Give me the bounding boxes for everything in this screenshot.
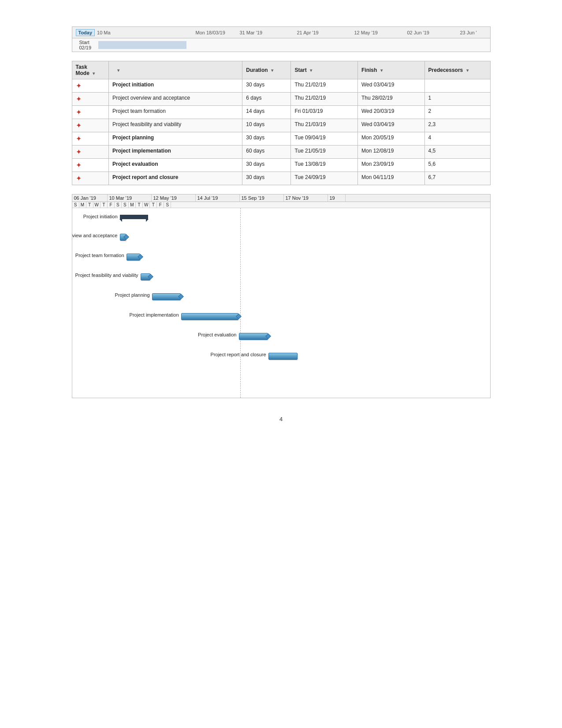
filter-icon-taskmode[interactable]: ▾ bbox=[93, 71, 95, 76]
th-start: Start ▾ bbox=[291, 61, 358, 79]
gantt-bar bbox=[268, 353, 298, 360]
task-finish-cell: Thu 28/02/19 bbox=[358, 93, 425, 106]
th-finish: Finish ▾ bbox=[358, 61, 425, 79]
task-start-cell: Fri 01/03/19 bbox=[291, 106, 358, 119]
gantt-bar bbox=[239, 333, 268, 340]
day-w1: W bbox=[93, 202, 100, 208]
vertical-dashed-line bbox=[240, 208, 241, 398]
gantt-table: TaskMode ▾ ▾ Duration ▾ Start ▾ Finish bbox=[72, 61, 491, 185]
task-predecessors-cell: 2,3 bbox=[424, 119, 490, 132]
task-start-cell: Tue 09/04/19 bbox=[291, 132, 358, 146]
task-duration-cell: 6 days bbox=[242, 93, 291, 106]
task-predecessors-cell: 6,7 bbox=[424, 172, 490, 185]
task-icon-cell: ✦ bbox=[72, 146, 109, 159]
task-start-cell: Thu 21/03/19 bbox=[291, 119, 358, 132]
task-icon: ✦ bbox=[76, 95, 82, 103]
date-21apr: 21 Apr '19 bbox=[297, 30, 319, 35]
date-31mar: 31 Mar '19 bbox=[240, 30, 263, 35]
task-duration-cell: 14 days bbox=[242, 106, 291, 119]
day-m2: M bbox=[129, 202, 136, 208]
task-finish-cell: Mon 12/08/19 bbox=[358, 146, 425, 159]
day-s2: S bbox=[115, 202, 122, 208]
filter-icon-finish[interactable]: ▾ bbox=[380, 68, 383, 73]
date-02jun: 02 Jun '19 bbox=[407, 30, 429, 35]
task-start-cell: Tue 13/08/19 bbox=[291, 159, 358, 172]
day-w2: W bbox=[143, 202, 150, 208]
task-name-cell: Project implementation bbox=[109, 146, 242, 159]
task-icon: ✦ bbox=[76, 135, 82, 142]
th-duration: Duration ▾ bbox=[242, 61, 291, 79]
task-start-cell: Thu 21/02/19 bbox=[291, 79, 358, 93]
task-name-cell: Project team formation bbox=[109, 106, 242, 119]
tl-date-5: 15 Sep '19 bbox=[240, 194, 284, 202]
task-start-cell: Tue 24/09/19 bbox=[291, 172, 358, 185]
task-icon: ✦ bbox=[76, 122, 82, 129]
day-t3: T bbox=[136, 202, 143, 208]
task-finish-cell: Wed 03/04/19 bbox=[358, 79, 425, 93]
task-finish-cell: Wed 20/03/19 bbox=[358, 106, 425, 119]
gantt-task-label: Project planning bbox=[115, 292, 150, 298]
th-predecessors: Predecessors ▾ bbox=[424, 61, 490, 79]
date-10ma: 10 Ma bbox=[97, 30, 111, 35]
task-start-cell: Tue 21/05/19 bbox=[291, 146, 358, 159]
task-name-cell: Project overview and acceptance bbox=[109, 93, 242, 106]
gantt-timeline-dates: 06 Jan '19 10 Mar '19 12 May '19 14 Jul … bbox=[72, 194, 490, 202]
task-name-cell: Project initiation bbox=[109, 79, 242, 93]
task-icon-cell: ✦ bbox=[72, 132, 109, 146]
task-duration-cell: 30 days bbox=[242, 79, 291, 93]
task-predecessors-cell bbox=[424, 79, 490, 93]
task-name-cell: Project report and closure bbox=[109, 172, 242, 185]
today-label: Today bbox=[76, 29, 95, 36]
task-duration-cell: 10 days bbox=[242, 119, 291, 132]
day-s1: S bbox=[72, 202, 79, 208]
gantt-chart-area: 06 Jan '19 10 Mar '19 12 May '19 14 Jul … bbox=[72, 194, 491, 398]
tl-date-2: 10 Mar '19 bbox=[108, 194, 152, 202]
task-icon-cell: ✦ bbox=[72, 93, 109, 106]
day-m1: M bbox=[79, 202, 86, 208]
gantt-task-label: Project evaluation bbox=[198, 332, 236, 337]
task-duration-cell: 30 days bbox=[242, 132, 291, 146]
task-duration-cell: 30 days bbox=[242, 159, 291, 172]
date-23jun: 23 Jun ' bbox=[460, 30, 477, 35]
filter-icon-taskname[interactable]: ▾ bbox=[117, 68, 119, 73]
table-row: ✦Project evaluation30 daysTue 13/08/19Mo… bbox=[72, 159, 490, 172]
day-s3: S bbox=[122, 202, 129, 208]
day-f1: F bbox=[108, 202, 115, 208]
task-icon: ✦ bbox=[76, 161, 82, 169]
tl-date-6: 17 Nov '19 bbox=[284, 194, 328, 202]
filter-icon-duration[interactable]: ▾ bbox=[271, 68, 273, 73]
task-predecessors-cell: 1 bbox=[424, 93, 490, 106]
table-row: ✦Project feasibility and viability10 day… bbox=[72, 119, 490, 132]
tl-date-4: 14 Jul '19 bbox=[196, 194, 240, 202]
table-row: ✦Project report and closure30 daysTue 24… bbox=[72, 172, 490, 185]
task-predecessors-cell: 2 bbox=[424, 106, 490, 119]
table-row: ✦Project planning30 daysTue 09/04/19Mon … bbox=[72, 132, 490, 146]
gantt-day-letters: S M T W T F S S M T W T F S bbox=[72, 202, 490, 208]
page-number: 4 bbox=[72, 416, 491, 422]
day-f2: F bbox=[157, 202, 164, 208]
th-task-mode: TaskMode ▾ bbox=[72, 61, 109, 79]
gantt-task-label: Project initiation bbox=[83, 214, 118, 219]
day-t1: T bbox=[86, 202, 93, 208]
tl-date-3: 12 May '19 bbox=[152, 194, 196, 202]
task-duration-cell: 60 days bbox=[242, 146, 291, 159]
table-row: ✦Project overview and acceptance6 daysTh… bbox=[72, 93, 490, 106]
task-predecessors-cell: 4,5 bbox=[424, 146, 490, 159]
task-finish-cell: Mon 23/09/19 bbox=[358, 159, 425, 172]
task-icon-cell: ✦ bbox=[72, 119, 109, 132]
task-icon-cell: ✦ bbox=[72, 79, 109, 93]
task-icon-cell: ✦ bbox=[72, 159, 109, 172]
tl-date-7: 19 bbox=[328, 194, 346, 202]
timeline-bar bbox=[98, 41, 186, 49]
task-predecessors-cell: 4 bbox=[424, 132, 490, 146]
filter-icon-start[interactable]: ▾ bbox=[310, 68, 312, 73]
task-finish-cell: Wed 03/04/19 bbox=[358, 119, 425, 132]
gantt-bars-container: Project initiationProject overview and a… bbox=[72, 208, 490, 398]
filter-icon-predecessors[interactable]: ▾ bbox=[466, 68, 469, 73]
day-t4: T bbox=[150, 202, 157, 208]
gantt-task-label: Project team formation bbox=[75, 253, 124, 258]
gantt-bar bbox=[120, 215, 148, 219]
task-finish-cell: Mon 04/11/19 bbox=[358, 172, 425, 185]
th-task-name: ▾ bbox=[109, 61, 242, 79]
task-icon: ✦ bbox=[76, 108, 82, 116]
